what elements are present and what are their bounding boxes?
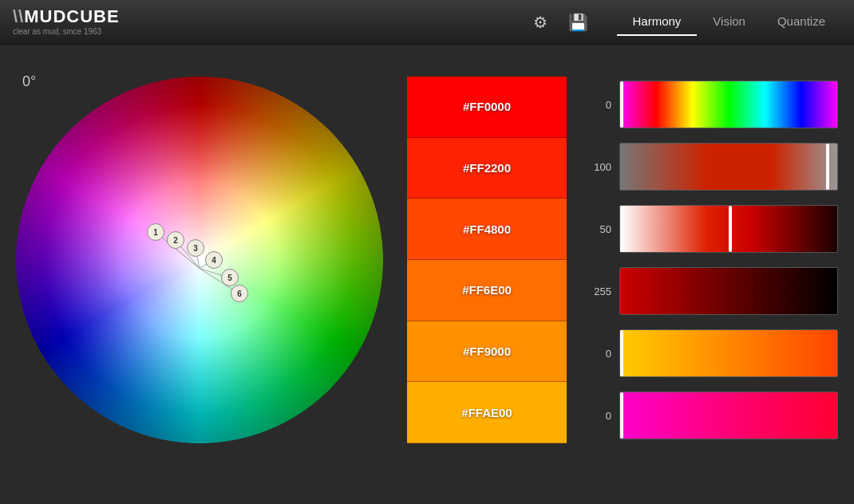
slider-thumb-1[interactable]	[620, 81, 623, 128]
pin-2[interactable]: 2	[167, 231, 184, 249]
slider-track-4[interactable]	[619, 267, 838, 315]
slider-value-2: 100	[583, 161, 611, 173]
slider-row-2: 100	[583, 139, 838, 195]
tab-quantize[interactable]: Quantize	[761, 8, 841, 36]
wheel-area: 0° 123456	[16, 61, 415, 488]
slider-track-6[interactable]	[619, 392, 838, 439]
logo-area: \\MUDCUBE clear as mud, since 1963	[13, 8, 120, 36]
slider-row-6: 0	[583, 388, 838, 443]
slider-value-6: 0	[583, 410, 611, 422]
slider-row-1: 0	[583, 77, 838, 132]
slider-value-1: 0	[583, 99, 611, 111]
main-content: 0° 123456 #FF0000#FF2200#FF4800#FF6E00#F…	[0, 45, 854, 504]
swatch-2[interactable]: #FF2200	[407, 138, 567, 199]
pin-4[interactable]: 4	[205, 251, 223, 269]
pin-1[interactable]: 1	[147, 223, 164, 241]
tab-harmony[interactable]: Harmony	[617, 8, 698, 36]
swatch-4[interactable]: #FF6E00	[407, 260, 567, 321]
slider-track-1[interactable]	[619, 81, 838, 128]
pin-3[interactable]: 3	[187, 239, 204, 257]
gear-button[interactable]: ⚙	[528, 10, 553, 35]
slider-row-4: 255	[583, 263, 838, 319]
swatch-6[interactable]: #FFAE00	[407, 382, 567, 443]
swatch-1[interactable]: #FF0000	[407, 77, 567, 138]
slider-thumb-4[interactable]	[837, 268, 838, 314]
slider-value-4: 255	[583, 285, 611, 297]
save-button[interactable]: 💾	[566, 10, 591, 35]
slider-track-2[interactable]	[619, 143, 838, 191]
pin-6[interactable]: 6	[231, 285, 248, 302]
swatches-area: #FF0000#FF2200#FF4800#FF6E00#FF9000#FFAE…	[407, 77, 567, 443]
slider-value-3: 50	[583, 223, 611, 235]
nav-tabs: Harmony Vision Quantize	[617, 8, 842, 36]
wheel-dark	[16, 77, 383, 443]
logo-bracket-left: \\	[13, 6, 24, 26]
tab-vision[interactable]: Vision	[697, 8, 761, 36]
slider-thumb-6[interactable]	[620, 392, 623, 439]
swatch-3[interactable]: #FF4800	[407, 199, 567, 260]
slider-thumb-2[interactable]	[826, 144, 829, 190]
pin-5[interactable]: 5	[221, 269, 239, 286]
color-wheel-container: 123456	[16, 77, 383, 443]
header: \\MUDCUBE clear as mud, since 1963 ⚙ 💾 H…	[0, 0, 854, 45]
slider-thumb-5[interactable]	[620, 330, 623, 376]
slider-row-5: 0	[583, 325, 838, 381]
logo-subtitle: clear as mud, since 1963	[13, 27, 120, 36]
color-wheel[interactable]	[16, 77, 383, 443]
slider-value-5: 0	[583, 348, 611, 360]
logo-title: \\MUDCUBE	[13, 8, 120, 26]
slider-track-3[interactable]	[619, 205, 838, 253]
header-icons: ⚙ 💾	[528, 10, 591, 35]
slider-row-3: 50	[583, 201, 838, 257]
sliders-area: 01005025500	[583, 77, 838, 443]
slider-track-5[interactable]	[619, 329, 838, 377]
slider-thumb-3[interactable]	[729, 206, 732, 252]
logo-text: MUDCUBE	[24, 6, 119, 26]
swatch-5[interactable]: #FF9000	[407, 321, 567, 383]
